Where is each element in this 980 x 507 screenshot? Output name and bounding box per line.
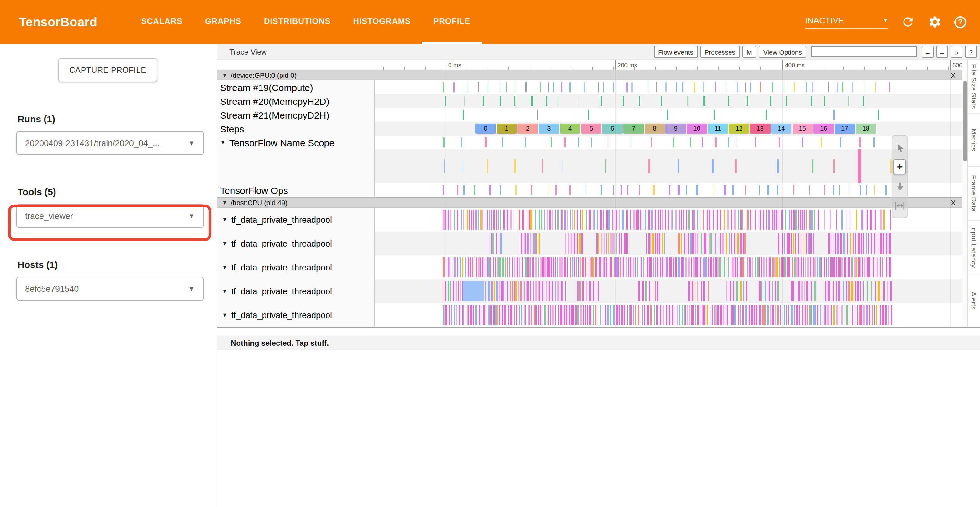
runs-dropdown[interactable]: 20200409-231431/train/2020_04_... ▼ [16,131,204,155]
step-block[interactable]: 9 [665,124,686,134]
track-timeline[interactable] [375,303,962,327]
toolbar-button-processes[interactable]: Processes [700,46,740,58]
track-timeline[interactable] [375,183,962,197]
step-block[interactable]: 12 [729,124,749,134]
settings-button[interactable] [928,14,942,29]
side-tab-metrics[interactable]: Metrics [968,113,980,167]
track-timeline[interactable] [375,80,962,94]
side-tab-alerts[interactable]: Alerts [968,274,980,327]
trace-event-tick [794,305,795,325]
trace-event-tick [564,305,565,325]
step-block[interactable]: 15 [792,124,813,134]
vertical-scrollbar[interactable] [962,70,967,327]
collapse-arrow-icon[interactable]: ▼ [222,199,228,206]
track-timeline[interactable] [375,94,962,108]
tab-distributions[interactable]: DISTRIBUTIONS [253,0,342,44]
expand-arrow-icon[interactable]: ▼ [222,312,228,318]
trace-event-tick [745,82,746,92]
selection-tool-button[interactable] [894,140,906,155]
capture-profile-button[interactable]: CAPTURE PROFILE [58,58,158,82]
track-row: Stream #20(MemcpyH2D) [217,94,962,108]
trace-event-tick [443,281,444,301]
close-section-button[interactable]: X [951,71,957,79]
pan-tool-button[interactable] [894,179,906,194]
tab-profile[interactable]: PROFILE [422,0,482,44]
step-block[interactable]: 7 [623,124,644,134]
help-button[interactable]: ? [954,16,966,28]
trace-event-tick [450,257,452,277]
trace-event-tick [593,281,594,301]
step-block[interactable]: 1 [496,124,517,134]
step-block[interactable]: 5 [581,124,601,134]
timing-tool-button[interactable] [894,198,906,213]
step-block[interactable]: 3 [539,124,559,134]
tab-histograms[interactable]: HISTOGRAMS [342,0,422,44]
step-block[interactable]: 6 [602,124,622,134]
toolbar-button-view-options[interactable]: View Options [759,46,806,58]
track-timeline[interactable]: 0123456789101112131415161718 [375,122,962,136]
tab-scalars[interactable]: SCALARS [130,0,193,44]
track-label[interactable]: ▼TensorFlow Name Scope [217,136,375,149]
step-block[interactable]: 2 [518,124,538,134]
trace-event-tick [514,281,514,301]
side-tab-frame-data[interactable]: Frame Data [968,167,980,220]
step-block[interactable]: 4 [560,124,580,134]
expand-arrow-icon[interactable]: ▼ [220,139,226,145]
track-timeline[interactable] [375,255,962,279]
track-label[interactable]: ▼tf_data_private_threadpool [217,208,375,231]
overflow-button[interactable]: » [951,46,963,58]
status-dropdown[interactable]: INACTIVE ▼ [805,15,888,29]
step-block[interactable]: 10 [687,124,707,134]
trace-help-button[interactable]: ? [965,46,977,58]
track-label[interactable]: ▼tf_data_private_threadpool [217,303,375,327]
scrollbar-thumb[interactable] [963,81,967,161]
step-block[interactable]: 16 [813,124,834,134]
side-tab-file-size-stats[interactable]: File Size Stats [968,60,980,113]
trace-event-tick [561,257,563,277]
zoom-tool-button[interactable]: + [894,159,906,174]
tab-graphs[interactable]: GRAPHS [194,0,253,44]
step-block[interactable]: 13 [750,124,770,134]
hosts-dropdown[interactable]: 8efc5e791540 ▼ [16,277,204,301]
trace-event-tick [789,233,790,254]
expand-arrow-icon[interactable]: ▼ [222,288,228,294]
trace-event-tick [793,210,795,230]
step-block[interactable]: 17 [835,124,855,134]
expand-arrow-icon[interactable]: ▼ [222,240,228,247]
trace-event-tick [584,82,585,92]
toolbar-button-flow-events[interactable]: Flow events [654,46,698,58]
track-label[interactable]: ▼tf_data_private_threadpool [217,231,375,255]
side-tab-input-latency[interactable]: Input Latency [968,220,980,274]
trace-event-tick [850,305,851,325]
track-timeline[interactable] [375,279,962,303]
track-label[interactable]: ▼tf_data_private_threadpool [217,279,375,303]
expand-arrow-icon[interactable]: ▼ [222,217,228,223]
track-timeline[interactable] [375,208,962,231]
track-timeline[interactable] [375,108,962,122]
track-timeline[interactable] [375,149,962,183]
trace-event-tick [562,281,563,301]
collapse-arrow-icon[interactable]: ▼ [222,72,228,78]
tools-dropdown[interactable]: trace_viewer ▼ [16,204,204,228]
trace-filter-input[interactable] [811,46,917,57]
trace-event-tick [595,257,597,277]
track-timeline[interactable] [375,136,962,149]
trace-event-tick [787,257,788,277]
expand-arrow-icon[interactable]: ▼ [222,264,228,271]
step-block[interactable]: 11 [708,124,728,134]
nav-back-button[interactable]: ← [922,46,934,58]
step-block[interactable]: 0 [475,124,496,134]
track-name: tf_data_private_threadpool [231,287,332,296]
track-label[interactable]: ▼tf_data_private_threadpool [217,255,375,279]
step-block[interactable]: 8 [644,124,665,134]
refresh-button[interactable] [900,14,915,29]
close-section-button[interactable]: X [951,199,957,206]
toolbar-button-m[interactable]: M [742,46,756,58]
step-block[interactable]: 18 [856,124,876,134]
step-block[interactable]: 14 [771,124,792,134]
trace-event-tick [500,233,501,254]
trace-event-tick [593,257,595,277]
nav-forward-button[interactable]: → [936,46,948,58]
track-timeline[interactable] [375,231,962,255]
trace-event-tick [633,257,634,277]
